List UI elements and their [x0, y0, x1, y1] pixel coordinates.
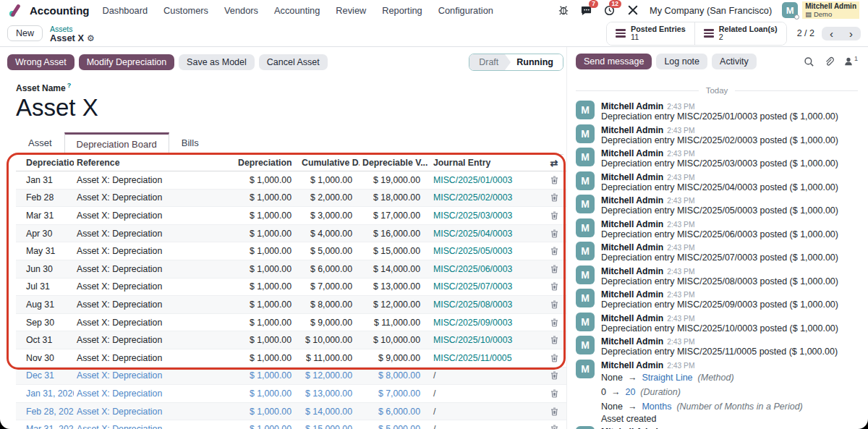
- col-reference[interactable]: Reference: [74, 158, 235, 168]
- row-depreciation[interactable]: $ 1,000.00: [235, 318, 299, 328]
- row-cumulative[interactable]: $ 7,000.00: [299, 281, 359, 292]
- journal-entry-link[interactable]: /: [427, 424, 542, 429]
- followers-icon[interactable]: 1: [843, 56, 858, 67]
- menu-accounting[interactable]: Accounting: [274, 5, 320, 16]
- row-depreciable[interactable]: $ 10,000.00: [359, 335, 427, 345]
- row-depreciation[interactable]: $ 1,000.00: [235, 246, 299, 256]
- row-depreciation[interactable]: $ 1,000.00: [235, 388, 299, 399]
- row-reference[interactable]: Asset X: Depreciation: [74, 370, 235, 381]
- row-date[interactable]: Feb 28: [16, 192, 74, 203]
- accounting-app-icon[interactable]: [9, 4, 21, 17]
- app-title[interactable]: Accounting: [30, 4, 90, 17]
- message-author[interactable]: Mitchell Admin: [601, 266, 663, 276]
- delete-row-button[interactable]: [542, 211, 566, 220]
- row-date[interactable]: Dec 31: [16, 370, 74, 381]
- row-depreciable[interactable]: $ 8,000.00: [359, 370, 427, 381]
- message-author[interactable]: Mitchell Admin: [601, 125, 663, 135]
- row-depreciable[interactable]: $ 15,000.00: [359, 246, 427, 256]
- message-author[interactable]: Mitchell Admin: [601, 101, 663, 111]
- row-date[interactable]: Mar 31, 2026: [16, 424, 74, 429]
- delete-row-button[interactable]: [542, 265, 566, 273]
- row-depreciation[interactable]: $ 1,000.00: [235, 353, 299, 363]
- delete-row-button[interactable]: [542, 336, 566, 344]
- company-switcher[interactable]: My Company (San Francisco): [650, 5, 772, 16]
- row-cumulative[interactable]: $ 3,000.00: [299, 211, 359, 221]
- activity-button[interactable]: Activity: [712, 54, 757, 69]
- row-date[interactable]: Sep 30: [16, 318, 74, 328]
- delete-row-button[interactable]: [542, 300, 566, 309]
- journal-entry-link[interactable]: MISC/2025/11/0005: [427, 353, 542, 363]
- status-draft[interactable]: Draft: [469, 54, 505, 70]
- message-author[interactable]: Mitchell Admin: [601, 289, 663, 300]
- row-reference[interactable]: Asset X: Depreciation: [74, 192, 235, 203]
- row-depreciable[interactable]: $ 11,000.00: [359, 318, 427, 328]
- cancel-asset-button[interactable]: Cancel Asset: [259, 54, 328, 70]
- journal-entry-link[interactable]: MISC/2025/02/0003: [427, 192, 542, 203]
- delete-row-button[interactable]: [542, 229, 566, 238]
- save-as-model-button[interactable]: Save as Model: [179, 54, 255, 70]
- row-depreciable[interactable]: $ 19,000.00: [359, 175, 427, 185]
- delete-row-button[interactable]: [542, 371, 566, 380]
- optional-columns-icon[interactable]: ⇄: [542, 158, 566, 169]
- row-cumulative[interactable]: $ 12,000.00: [299, 370, 359, 381]
- message-author[interactable]: Mitchell Admin: [601, 313, 663, 323]
- row-reference[interactable]: Asset X: Depreciation: [74, 407, 235, 417]
- message-author[interactable]: Mitchell Admin: [601, 242, 663, 252]
- row-depreciation[interactable]: $ 1,000.00: [235, 370, 299, 381]
- table-row[interactable]: Feb 28 Asset X: Depreciation $ 1,000.00 …: [16, 190, 566, 208]
- row-depreciation[interactable]: $ 1,000.00: [235, 424, 299, 429]
- row-cumulative[interactable]: $ 10,000.00: [299, 335, 359, 345]
- tracking-new-value[interactable]: 20: [625, 387, 635, 397]
- row-reference[interactable]: Asset X: Depreciation: [74, 229, 235, 239]
- table-row[interactable]: Jun 30 Asset X: Depreciation $ 1,000.00 …: [16, 260, 566, 279]
- menu-reporting[interactable]: Reporting: [382, 5, 422, 16]
- help-icon[interactable]: ?: [67, 82, 72, 89]
- row-depreciable[interactable]: $ 13,000.00: [359, 281, 427, 292]
- menu-vendors[interactable]: Vendors: [224, 5, 258, 16]
- journal-entry-link[interactable]: MISC/2025/03/0003: [427, 211, 542, 221]
- col-depreciation[interactable]: Depreciation: [235, 158, 299, 168]
- table-row[interactable]: May 31 Asset X: Depreciation $ 1,000.00 …: [16, 242, 566, 260]
- log-note-button[interactable]: Log note: [656, 54, 707, 69]
- modify-depreciation-button[interactable]: Modify Depreciation: [79, 54, 174, 70]
- row-cumulative[interactable]: $ 2,000.00: [299, 192, 359, 203]
- search-messages-icon[interactable]: [804, 56, 814, 67]
- asset-name-field[interactable]: Asset X: [16, 94, 566, 122]
- delete-row-button[interactable]: [542, 354, 566, 362]
- row-depreciation[interactable]: $ 1,000.00: [235, 229, 299, 239]
- delete-row-button[interactable]: [542, 176, 566, 184]
- table-row[interactable]: Aug 31 Asset X: Depreciation $ 1,000.00 …: [16, 296, 566, 314]
- pager-next-button[interactable]: ›: [841, 27, 861, 41]
- related-loans-button[interactable]: Related Loan(s) 2: [694, 22, 786, 45]
- col-cumulative[interactable]: Cumulative D...: [299, 158, 359, 168]
- col-depreciation-date[interactable]: Depreciatio▲: [16, 158, 74, 168]
- journal-entry-link[interactable]: MISC/2025/08/0003: [427, 300, 542, 310]
- journal-entry-link[interactable]: MISC/2025/01/0003: [427, 175, 542, 185]
- row-depreciation[interactable]: $ 1,000.00: [235, 407, 299, 417]
- table-row[interactable]: Jan 31, 2026 Asset X: Depreciation $ 1,0…: [16, 385, 566, 403]
- message-author[interactable]: Mitchell Admin: [601, 336, 663, 347]
- row-reference[interactable]: Asset X: Depreciation: [74, 211, 235, 221]
- tools-icon[interactable]: [626, 4, 639, 17]
- posted-entries-button[interactable]: Posted Entries 11: [607, 22, 694, 45]
- new-button[interactable]: New: [7, 25, 43, 41]
- menu-customers[interactable]: Customers: [163, 5, 208, 16]
- row-date[interactable]: Jan 31: [16, 175, 74, 185]
- messages-icon[interactable]: 7: [580, 4, 593, 17]
- user-menu[interactable]: M Mitchell Admin ▤ Demo: [782, 1, 859, 19]
- row-reference[interactable]: Asset X: Depreciation: [74, 175, 235, 185]
- row-cumulative[interactable]: $ 6,000.00: [299, 264, 359, 274]
- row-reference[interactable]: Asset X: Depreciation: [74, 388, 235, 399]
- message-author[interactable]: Mitchell Admin: [601, 360, 663, 370]
- table-row[interactable]: Jan 31 Asset X: Depreciation $ 1,000.00 …: [16, 171, 566, 190]
- journal-entry-link[interactable]: MISC/2025/06/0003: [427, 264, 542, 274]
- row-date[interactable]: Aug 31: [16, 300, 74, 310]
- row-cumulative[interactable]: $ 8,000.00: [299, 300, 359, 310]
- row-reference[interactable]: Asset X: Depreciation: [74, 335, 235, 345]
- table-row[interactable]: Mar 31, 2026 Asset X: Depreciation $ 1,0…: [16, 420, 566, 429]
- gear-icon[interactable]: ⚙: [87, 33, 95, 43]
- col-depreciable[interactable]: Depreciable V...: [359, 158, 427, 168]
- pager-previous-button[interactable]: ‹: [822, 27, 841, 41]
- delete-row-button[interactable]: [542, 407, 566, 416]
- wrong-asset-button[interactable]: Wrong Asset: [7, 54, 75, 70]
